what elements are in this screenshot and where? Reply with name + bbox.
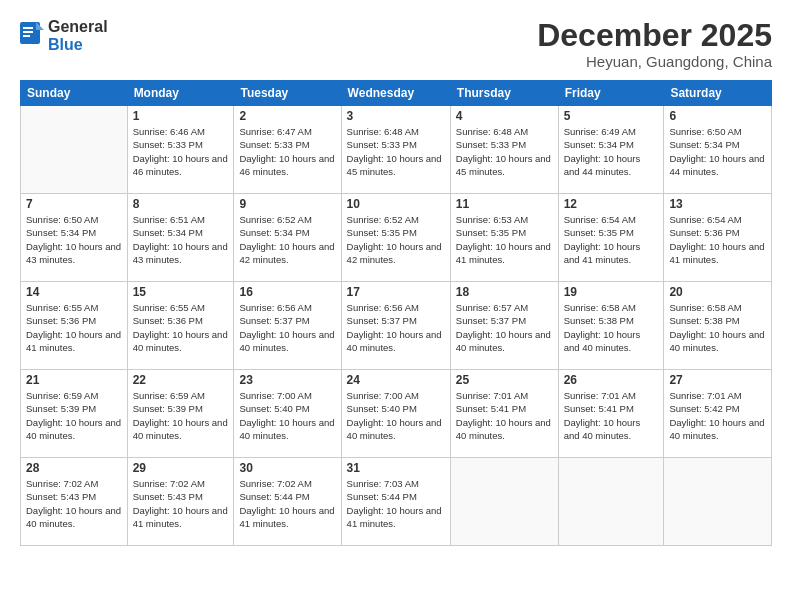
day-number: 13 — [669, 197, 766, 211]
day-number: 5 — [564, 109, 659, 123]
calendar-table: Sunday Monday Tuesday Wednesday Thursday… — [20, 80, 772, 546]
calendar-week-row: 1Sunrise: 6:46 AMSunset: 5:33 PMDaylight… — [21, 106, 772, 194]
table-row: 22Sunrise: 6:59 AMSunset: 5:39 PMDayligh… — [127, 370, 234, 458]
day-number: 31 — [347, 461, 445, 475]
table-row: 24Sunrise: 7:00 AMSunset: 5:40 PMDayligh… — [341, 370, 450, 458]
table-row: 19Sunrise: 6:58 AMSunset: 5:38 PMDayligh… — [558, 282, 664, 370]
table-row: 1Sunrise: 6:46 AMSunset: 5:33 PMDaylight… — [127, 106, 234, 194]
day-number: 3 — [347, 109, 445, 123]
logo-text: General Blue — [48, 18, 108, 53]
table-row: 21Sunrise: 6:59 AMSunset: 5:39 PMDayligh… — [21, 370, 128, 458]
title-block: December 2025 Heyuan, Guangdong, China — [537, 18, 772, 70]
day-number: 19 — [564, 285, 659, 299]
table-row: 4Sunrise: 6:48 AMSunset: 5:33 PMDaylight… — [450, 106, 558, 194]
table-row: 26Sunrise: 7:01 AMSunset: 5:41 PMDayligh… — [558, 370, 664, 458]
day-number: 24 — [347, 373, 445, 387]
logo-icon — [20, 22, 44, 50]
day-info: Sunrise: 6:46 AMSunset: 5:33 PMDaylight:… — [133, 125, 229, 178]
day-number: 8 — [133, 197, 229, 211]
svg-rect-2 — [23, 27, 33, 29]
table-row: 20Sunrise: 6:58 AMSunset: 5:38 PMDayligh… — [664, 282, 772, 370]
day-number: 28 — [26, 461, 122, 475]
day-number: 11 — [456, 197, 553, 211]
table-row: 2Sunrise: 6:47 AMSunset: 5:33 PMDaylight… — [234, 106, 341, 194]
month-title: December 2025 — [537, 18, 772, 53]
day-number: 21 — [26, 373, 122, 387]
day-info: Sunrise: 6:58 AMSunset: 5:38 PMDaylight:… — [669, 301, 766, 354]
table-row: 7Sunrise: 6:50 AMSunset: 5:34 PMDaylight… — [21, 194, 128, 282]
day-number: 29 — [133, 461, 229, 475]
table-row: 25Sunrise: 7:01 AMSunset: 5:41 PMDayligh… — [450, 370, 558, 458]
day-info: Sunrise: 6:52 AMSunset: 5:35 PMDaylight:… — [347, 213, 445, 266]
day-number: 26 — [564, 373, 659, 387]
day-info: Sunrise: 7:00 AMSunset: 5:40 PMDaylight:… — [239, 389, 335, 442]
day-info: Sunrise: 7:01 AMSunset: 5:41 PMDaylight:… — [456, 389, 553, 442]
col-tuesday: Tuesday — [234, 81, 341, 106]
day-info: Sunrise: 6:59 AMSunset: 5:39 PMDaylight:… — [26, 389, 122, 442]
day-info: Sunrise: 6:56 AMSunset: 5:37 PMDaylight:… — [347, 301, 445, 354]
logo: General Blue — [20, 18, 108, 53]
day-number: 27 — [669, 373, 766, 387]
day-number: 30 — [239, 461, 335, 475]
day-info: Sunrise: 6:47 AMSunset: 5:33 PMDaylight:… — [239, 125, 335, 178]
table-row — [21, 106, 128, 194]
svg-marker-1 — [36, 22, 44, 30]
page-header: General Blue December 2025 Heyuan, Guang… — [20, 18, 772, 70]
day-number: 4 — [456, 109, 553, 123]
day-info: Sunrise: 6:54 AMSunset: 5:36 PMDaylight:… — [669, 213, 766, 266]
day-number: 6 — [669, 109, 766, 123]
table-row: 27Sunrise: 7:01 AMSunset: 5:42 PMDayligh… — [664, 370, 772, 458]
day-info: Sunrise: 6:50 AMSunset: 5:34 PMDaylight:… — [669, 125, 766, 178]
table-row: 17Sunrise: 6:56 AMSunset: 5:37 PMDayligh… — [341, 282, 450, 370]
day-info: Sunrise: 7:01 AMSunset: 5:41 PMDaylight:… — [564, 389, 659, 442]
table-row: 16Sunrise: 6:56 AMSunset: 5:37 PMDayligh… — [234, 282, 341, 370]
col-thursday: Thursday — [450, 81, 558, 106]
table-row: 12Sunrise: 6:54 AMSunset: 5:35 PMDayligh… — [558, 194, 664, 282]
day-info: Sunrise: 7:00 AMSunset: 5:40 PMDaylight:… — [347, 389, 445, 442]
day-info: Sunrise: 6:49 AMSunset: 5:34 PMDaylight:… — [564, 125, 659, 178]
day-info: Sunrise: 6:51 AMSunset: 5:34 PMDaylight:… — [133, 213, 229, 266]
table-row: 13Sunrise: 6:54 AMSunset: 5:36 PMDayligh… — [664, 194, 772, 282]
table-row: 11Sunrise: 6:53 AMSunset: 5:35 PMDayligh… — [450, 194, 558, 282]
table-row: 14Sunrise: 6:55 AMSunset: 5:36 PMDayligh… — [21, 282, 128, 370]
table-row: 18Sunrise: 6:57 AMSunset: 5:37 PMDayligh… — [450, 282, 558, 370]
day-info: Sunrise: 6:54 AMSunset: 5:35 PMDaylight:… — [564, 213, 659, 266]
day-number: 16 — [239, 285, 335, 299]
day-number: 25 — [456, 373, 553, 387]
table-row: 9Sunrise: 6:52 AMSunset: 5:34 PMDaylight… — [234, 194, 341, 282]
day-number: 2 — [239, 109, 335, 123]
table-row: 31Sunrise: 7:03 AMSunset: 5:44 PMDayligh… — [341, 458, 450, 546]
table-row: 15Sunrise: 6:55 AMSunset: 5:36 PMDayligh… — [127, 282, 234, 370]
table-row: 5Sunrise: 6:49 AMSunset: 5:34 PMDaylight… — [558, 106, 664, 194]
day-info: Sunrise: 6:50 AMSunset: 5:34 PMDaylight:… — [26, 213, 122, 266]
table-row — [558, 458, 664, 546]
day-number: 20 — [669, 285, 766, 299]
table-row: 3Sunrise: 6:48 AMSunset: 5:33 PMDaylight… — [341, 106, 450, 194]
day-info: Sunrise: 7:02 AMSunset: 5:43 PMDaylight:… — [26, 477, 122, 530]
calendar-week-row: 14Sunrise: 6:55 AMSunset: 5:36 PMDayligh… — [21, 282, 772, 370]
day-number: 10 — [347, 197, 445, 211]
day-info: Sunrise: 6:52 AMSunset: 5:34 PMDaylight:… — [239, 213, 335, 266]
table-row: 30Sunrise: 7:02 AMSunset: 5:44 PMDayligh… — [234, 458, 341, 546]
day-info: Sunrise: 6:48 AMSunset: 5:33 PMDaylight:… — [456, 125, 553, 178]
day-info: Sunrise: 6:59 AMSunset: 5:39 PMDaylight:… — [133, 389, 229, 442]
day-info: Sunrise: 7:02 AMSunset: 5:43 PMDaylight:… — [133, 477, 229, 530]
day-info: Sunrise: 6:56 AMSunset: 5:37 PMDaylight:… — [239, 301, 335, 354]
day-number: 12 — [564, 197, 659, 211]
col-saturday: Saturday — [664, 81, 772, 106]
day-info: Sunrise: 7:03 AMSunset: 5:44 PMDaylight:… — [347, 477, 445, 530]
table-row: 23Sunrise: 7:00 AMSunset: 5:40 PMDayligh… — [234, 370, 341, 458]
day-number: 17 — [347, 285, 445, 299]
table-row — [450, 458, 558, 546]
day-info: Sunrise: 7:02 AMSunset: 5:44 PMDaylight:… — [239, 477, 335, 530]
logo-general: General — [48, 18, 108, 36]
table-row: 28Sunrise: 7:02 AMSunset: 5:43 PMDayligh… — [21, 458, 128, 546]
calendar-week-row: 21Sunrise: 6:59 AMSunset: 5:39 PMDayligh… — [21, 370, 772, 458]
svg-rect-4 — [23, 35, 30, 37]
day-info: Sunrise: 6:57 AMSunset: 5:37 PMDaylight:… — [456, 301, 553, 354]
day-number: 7 — [26, 197, 122, 211]
day-number: 18 — [456, 285, 553, 299]
day-number: 14 — [26, 285, 122, 299]
calendar-week-row: 7Sunrise: 6:50 AMSunset: 5:34 PMDaylight… — [21, 194, 772, 282]
logo-blue: Blue — [48, 36, 108, 54]
